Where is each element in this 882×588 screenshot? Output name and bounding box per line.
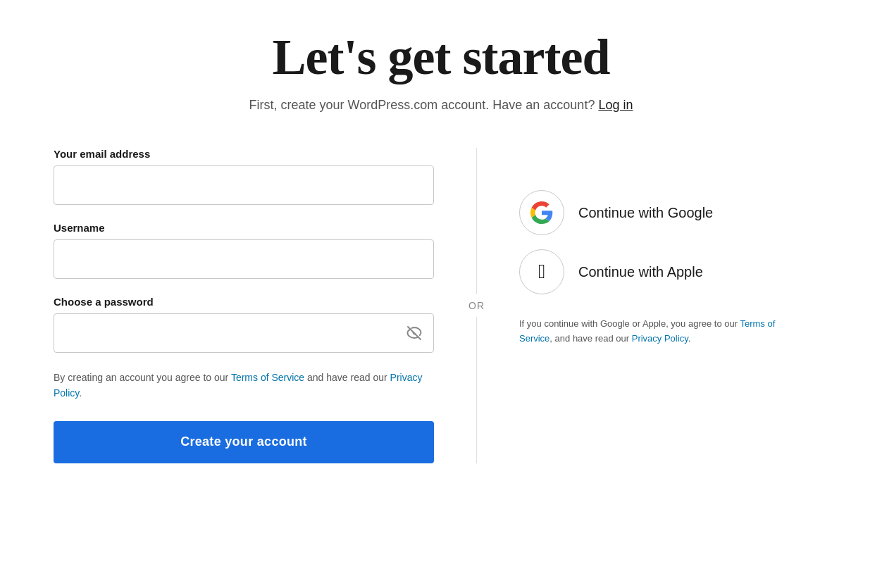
page-title: Let's get started — [14, 28, 868, 87]
social-content: Continue with Google  Continue with App… — [519, 148, 787, 346]
page-header: Let's get started First, create your Wor… — [14, 28, 868, 113]
email-label: Your email address — [54, 148, 434, 160]
left-panel: Your email address Username Choose a pas… — [54, 148, 476, 463]
password-input[interactable] — [54, 313, 434, 353]
subtitle-text: First, create your WordPress.com account… — [249, 98, 595, 112]
password-group: Choose a password — [54, 296, 434, 353]
google-icon-circle — [519, 190, 564, 235]
username-label: Username — [54, 222, 434, 234]
terms-middle: and have read our — [304, 372, 390, 383]
terms-of-service-link[interactable]: Terms of Service — [231, 372, 304, 383]
apple-icon-circle:  — [519, 249, 564, 294]
terms-after: . — [79, 387, 82, 399]
create-account-button[interactable]: Create your account — [54, 421, 434, 463]
username-group: Username — [54, 222, 434, 279]
terms-text: By creating an account you agree to our … — [54, 370, 434, 401]
apple-login-button[interactable]:  Continue with Apple — [519, 249, 787, 294]
apple-button-label: Continue with Apple — [578, 264, 703, 280]
password-label: Choose a password — [54, 296, 434, 308]
google-button-label: Continue with Google — [578, 205, 713, 221]
social-disclaimer-after: . — [688, 333, 691, 344]
social-terms-text: If you continue with Google or Apple, yo… — [519, 317, 787, 346]
apple-icon:  — [538, 262, 545, 282]
social-disclaimer-before: If you continue with Google or Apple, yo… — [519, 318, 740, 329]
username-input[interactable] — [54, 239, 434, 279]
social-buttons: Continue with Google  Continue with App… — [519, 190, 787, 294]
google-login-button[interactable]: Continue with Google — [519, 190, 787, 235]
social-disclaimer-middle: , and have read our — [549, 333, 631, 344]
or-label: OR — [464, 294, 489, 317]
eye-slash-icon — [406, 325, 423, 342]
right-panel: Continue with Google  Continue with App… — [477, 148, 828, 346]
email-group: Your email address — [54, 148, 434, 205]
page-subtitle: First, create your WordPress.com account… — [14, 98, 868, 113]
password-wrapper — [54, 313, 434, 353]
vertical-divider: OR — [476, 148, 477, 463]
email-input[interactable] — [54, 165, 434, 205]
content-area: Your email address Username Choose a pas… — [54, 148, 828, 463]
terms-before: By creating an account you agree to our — [54, 372, 231, 383]
google-icon — [530, 201, 553, 224]
social-pp-link[interactable]: Privacy Policy — [632, 333, 688, 344]
login-link[interactable]: Log in — [598, 98, 633, 112]
toggle-password-button[interactable] — [406, 325, 423, 342]
